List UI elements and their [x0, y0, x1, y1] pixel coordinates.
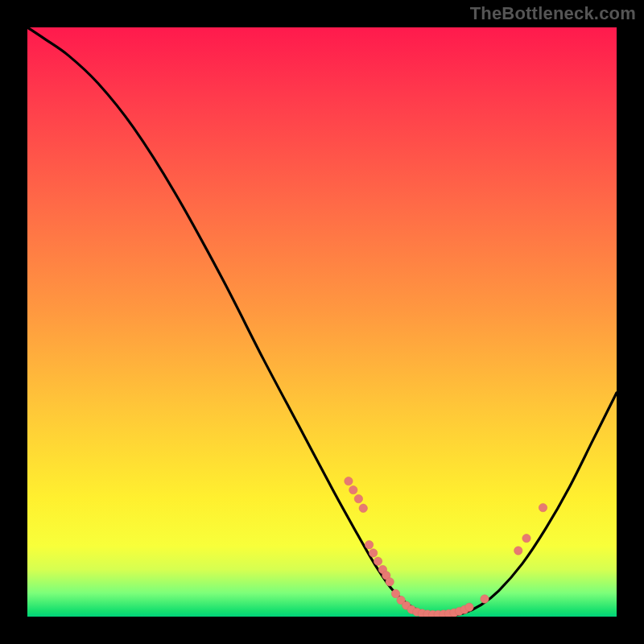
data-point [345, 477, 353, 485]
data-point [465, 603, 473, 611]
data-point [359, 504, 367, 512]
data-point [369, 549, 377, 557]
highlight-points-group [345, 477, 547, 617]
data-point [522, 534, 530, 542]
data-point [386, 578, 394, 586]
watermark-text: TheBottleneck.com [470, 3, 636, 24]
data-point [514, 547, 522, 555]
bottleneck-curve [27, 27, 617, 616]
data-point [354, 494, 362, 502]
data-point [349, 485, 357, 493]
data-point [539, 503, 547, 511]
chart-svg [27, 27, 617, 617]
plot-area [27, 27, 617, 617]
data-point [481, 595, 489, 603]
chart-frame: TheBottleneck.com [0, 0, 644, 644]
data-point [365, 541, 373, 549]
data-point [374, 557, 382, 565]
